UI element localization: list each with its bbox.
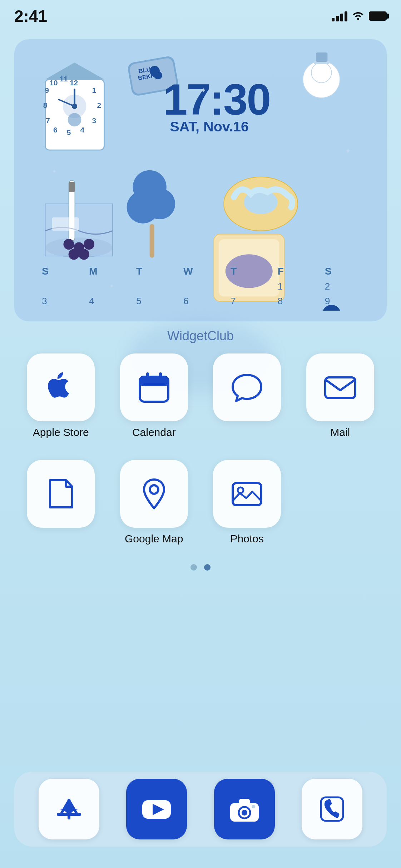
svg-text:2: 2 xyxy=(325,281,330,292)
svg-text:T: T xyxy=(231,265,237,277)
messages-icon[interactable] xyxy=(213,353,281,421)
dock: ✦ xyxy=(14,772,387,847)
app-notes[interactable] xyxy=(21,460,100,545)
apple-store-icon[interactable] xyxy=(27,353,95,421)
app-empty xyxy=(301,460,380,545)
page-dots xyxy=(190,564,211,571)
app-store-dock-icon: ✦ xyxy=(53,793,85,825)
svg-point-33 xyxy=(144,189,175,220)
svg-text:8: 8 xyxy=(43,101,48,109)
svg-text:9: 9 xyxy=(325,296,330,306)
dock-youtube[interactable] xyxy=(126,779,187,839)
camera-dock-icon xyxy=(228,793,261,825)
svg-rect-95 xyxy=(146,372,149,381)
apple-logo-icon xyxy=(43,370,79,405)
svg-text:12: 12 xyxy=(70,79,78,87)
signal-icon xyxy=(332,11,347,21)
apple-store-label: Apple Store xyxy=(33,426,89,438)
svg-text:5: 5 xyxy=(67,128,71,136)
svg-text:W: W xyxy=(183,265,193,277)
svg-text:S: S xyxy=(42,265,49,277)
svg-point-28 xyxy=(311,62,332,83)
svg-text:6: 6 xyxy=(53,126,58,134)
google-map-icon[interactable] xyxy=(120,460,188,528)
wifi-icon xyxy=(352,10,364,22)
svg-marker-1 xyxy=(45,62,104,79)
svg-rect-49 xyxy=(52,217,79,231)
calendar-icon[interactable] xyxy=(120,353,188,421)
svg-text:SAT, Nov.16: SAT, Nov.16 xyxy=(170,119,249,134)
calendar-label: Calendar xyxy=(132,426,176,438)
messages-logo-icon xyxy=(229,370,265,405)
dock-camera[interactable] xyxy=(214,779,275,839)
svg-text:✦: ✦ xyxy=(345,147,351,155)
svg-text:3: 3 xyxy=(92,116,96,125)
svg-text:6: 6 xyxy=(183,296,189,306)
svg-rect-43 xyxy=(69,182,75,192)
svg-text:8: 8 xyxy=(278,296,283,306)
svg-point-47 xyxy=(69,249,79,260)
svg-point-100 xyxy=(238,487,243,493)
phone-dock-icon xyxy=(316,793,348,825)
svg-rect-97 xyxy=(325,377,355,398)
svg-text:S: S xyxy=(325,265,332,277)
status-time: 2:41 xyxy=(14,6,47,26)
svg-point-98 xyxy=(150,485,158,494)
apps-grid: Apple Store Calendar xyxy=(0,353,401,566)
svg-rect-99 xyxy=(233,483,261,505)
svg-text:17:30: 17:30 xyxy=(163,75,270,124)
svg-text:2: 2 xyxy=(97,101,102,109)
svg-text:10: 10 xyxy=(42,310,52,311)
mail-logo-icon xyxy=(322,370,358,405)
svg-point-48 xyxy=(79,249,89,260)
svg-text:✦: ✦ xyxy=(109,283,114,290)
svg-text:4: 4 xyxy=(89,296,94,306)
app-google-map[interactable]: Google Map xyxy=(115,460,193,545)
svg-text:✦: ✦ xyxy=(200,86,207,94)
svg-point-109 xyxy=(242,810,247,816)
youtube-dock-icon xyxy=(140,793,173,825)
dock-phone[interactable] xyxy=(302,779,362,839)
svg-point-3 xyxy=(68,113,81,127)
svg-rect-34 xyxy=(150,224,154,258)
page-dot-2[interactable] xyxy=(204,564,211,571)
svg-text:14: 14 xyxy=(231,310,241,311)
svg-rect-96 xyxy=(159,372,162,381)
app-photos[interactable]: Photos xyxy=(208,460,286,545)
notes-icon[interactable] xyxy=(27,460,95,528)
photos-icon[interactable] xyxy=(213,460,281,528)
mail-icon[interactable] xyxy=(306,353,374,421)
svg-text:13: 13 xyxy=(183,310,194,311)
google-map-label: Google Map xyxy=(125,533,183,545)
svg-text:11: 11 xyxy=(60,75,68,83)
svg-text:M: M xyxy=(89,265,98,277)
apps-row-1: Apple Store Calendar xyxy=(14,353,387,438)
app-mail[interactable]: Mail xyxy=(301,353,380,438)
widget-inner: 12 1 2 3 4 5 6 7 8 9 10 11 BLUE BEKKY 17… xyxy=(25,50,376,311)
svg-text:3: 3 xyxy=(42,296,47,306)
svg-point-46 xyxy=(84,239,94,250)
photos-logo-icon xyxy=(229,476,265,512)
status-icons xyxy=(332,10,387,22)
calendar-logo-icon xyxy=(136,370,172,405)
photos-label: Photos xyxy=(231,533,264,545)
svg-text:11: 11 xyxy=(89,310,99,311)
svg-text:✦: ✦ xyxy=(52,168,57,175)
svg-text:1: 1 xyxy=(278,281,283,292)
svg-text:4: 4 xyxy=(80,126,84,134)
main-widget[interactable]: 12 1 2 3 4 5 6 7 8 9 10 11 BLUE BEKKY 17… xyxy=(14,39,387,321)
notes-logo-icon xyxy=(43,476,79,512)
svg-point-44 xyxy=(63,239,74,250)
svg-rect-30 xyxy=(316,52,327,62)
svg-text:15: 15 xyxy=(278,310,288,311)
svg-rect-94 xyxy=(140,377,168,384)
widget-illustration: 12 1 2 3 4 5 6 7 8 9 10 11 BLUE BEKKY 17… xyxy=(25,50,376,311)
page-dot-1[interactable] xyxy=(190,564,197,571)
battery-icon xyxy=(369,11,387,21)
app-apple-store[interactable]: Apple Store xyxy=(21,353,100,438)
svg-text:1: 1 xyxy=(92,86,96,94)
svg-text:T: T xyxy=(136,265,142,277)
app-calendar[interactable]: Calendar xyxy=(115,353,193,438)
dock-app-store[interactable]: ✦ xyxy=(39,779,99,839)
app-messages[interactable] xyxy=(208,353,286,438)
